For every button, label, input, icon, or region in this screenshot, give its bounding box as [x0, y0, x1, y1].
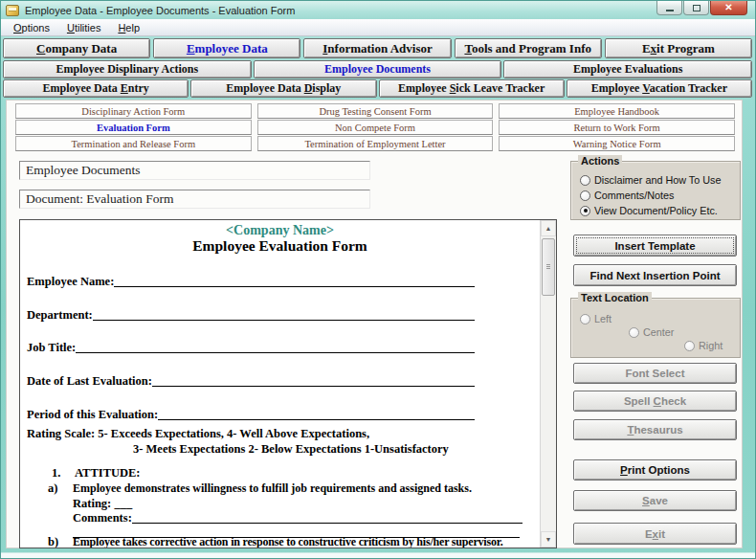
window-controls: ✕: [656, 1, 747, 15]
doc-field-department: Department:: [27, 308, 475, 323]
radio-comments-notes[interactable]: Comments/Notes: [580, 190, 674, 201]
blank-line: [114, 275, 475, 287]
doc-btn-disciplinary-action-form[interactable]: Disciplinary Action Form: [15, 103, 252, 119]
doc-field-employee-name: Employee Name:: [27, 275, 475, 289]
blank-line: [158, 408, 475, 420]
nav-row-employee: Employee Displinary Actions Employee Doc…: [3, 60, 752, 78]
doc-btn-drug-testing-consent-form[interactable]: Drug Testing Consent Form: [257, 103, 494, 119]
radio-icon[interactable]: [580, 314, 590, 324]
blank-line: [152, 374, 475, 387]
radio-icon[interactable]: [580, 206, 590, 216]
tab-employee-documents[interactable]: Employee Documents: [254, 60, 502, 78]
scrollbar-grip-icon: [546, 264, 550, 270]
scroll-up-button[interactable]: ▲: [541, 220, 556, 236]
save-button[interactable]: Save: [573, 490, 737, 511]
close-icon: ✕: [724, 3, 732, 12]
tab-employee-data-display[interactable]: Employee Data Display: [190, 79, 376, 98]
window-bottom-frame: [1, 552, 755, 558]
doc-rating-scale-line2: 3- Meets Expectations 2- Below Expectati…: [133, 442, 449, 457]
radio-text-right[interactable]: Right: [684, 340, 723, 351]
blank-line: [132, 511, 523, 524]
doc-field-period-this-evaluation: Period of this Evaluation:: [27, 408, 475, 422]
minimize-button[interactable]: [656, 1, 682, 15]
doc-item-b-rating-clipped: Rating:: [73, 546, 111, 548]
tab-information-advisor[interactable]: Information Advisor: [303, 38, 451, 58]
menu-help[interactable]: Help: [109, 21, 148, 34]
maximize-button[interactable]: [683, 1, 709, 15]
radio-disclaimer-how-to-use[interactable]: Disclaimer and How To Use: [580, 174, 721, 186]
actions-group-label: Actions: [578, 155, 622, 167]
app-icon: [6, 5, 19, 16]
tab-employee-data[interactable]: Employee Data: [153, 38, 300, 58]
document-viewer[interactable]: <Company Name> Employee Evaluation Form …: [19, 219, 557, 548]
arrow-down-icon: ▼: [545, 536, 552, 544]
doc-btn-evaluation-form[interactable]: Evaluation Form: [15, 120, 252, 135]
blank-line: [76, 341, 475, 353]
tab-employee-vacation-tracker[interactable]: Employee Vacation Tracker: [567, 79, 752, 98]
doc-field-job-title: Job Title:: [27, 341, 475, 355]
nav-row-trackers: Employee Data Entry Employee Data Displa…: [3, 79, 752, 98]
exit-button[interactable]: Exit: [573, 523, 737, 545]
actions-group: Actions Disclaimer and How To Use Commen…: [570, 161, 741, 220]
doc-btn-non-compete-form[interactable]: Non Compete Form: [257, 120, 494, 135]
doc-item-a-comments: Comments:: [73, 511, 523, 525]
document-scrollbar[interactable]: ▲ ▼: [540, 220, 556, 548]
doc-rating-scale-line1: Rating Scale: 5- Exceeds Expectations, 4…: [27, 427, 369, 441]
arrow-up-icon: ▲: [545, 225, 552, 233]
document-label: Document: Evaluation Form: [19, 190, 370, 209]
menu-options[interactable]: Options: [5, 21, 58, 34]
text-location-group: Text Location Left Center Right: [570, 298, 741, 358]
radio-icon[interactable]: [580, 190, 590, 201]
section-label: Employee Documents: [19, 161, 370, 180]
app-window: Employee Data - Employee Documents - Eva…: [0, 0, 756, 559]
document-buttons-grid: Disciplinary Action Form Drug Testing Co…: [15, 103, 735, 151]
tab-exit-program[interactable]: Exit Program: [605, 38, 752, 58]
doc-item-a-rating: Rating: ___: [73, 497, 132, 511]
tab-employee-evaluations[interactable]: Employee Evaluations: [503, 60, 752, 78]
radio-text-center[interactable]: Center: [629, 326, 674, 338]
blank-line: [93, 308, 475, 321]
text-location-group-label: Text Location: [578, 292, 652, 303]
doc-item-b-text: Employee takes corrective action in resp…: [73, 535, 503, 548]
scroll-down-button[interactable]: ▼: [541, 531, 556, 548]
doc-btn-termination-release-form[interactable]: Termination and Release Form: [15, 136, 252, 151]
thesaurus-button[interactable]: Thesaurus: [573, 419, 737, 440]
main-panel: Disciplinary Action Form Drug Testing Co…: [6, 100, 743, 548]
radio-view-document-policy[interactable]: View Document/Policy Etc.: [580, 205, 718, 216]
minimize-icon: [666, 10, 674, 11]
doc-btn-warning-notice-form[interactable]: Warning Notice Form: [499, 136, 735, 151]
doc-btn-employee-handbook[interactable]: Employee Handbook: [499, 103, 735, 119]
tab-tools-program-info[interactable]: Tools and Program Info: [455, 38, 602, 58]
doc-section1-number: 1.: [52, 466, 60, 481]
doc-btn-return-to-work-form[interactable]: Return to Work Form: [499, 120, 735, 135]
radio-text-left[interactable]: Left: [580, 313, 611, 324]
doc-item-a-number: a): [48, 481, 57, 496]
window-title: Employee Data - Employee Documents - Eva…: [25, 5, 295, 16]
print-options-button[interactable]: Print Options: [573, 459, 737, 481]
doc-field-date-last-evaluation: Date of Last Evaluation:: [27, 374, 475, 389]
doc-item-a-text: Employee demonstrates willingness to ful…: [73, 481, 472, 496]
tab-employee-data-entry[interactable]: Employee Data Entry: [3, 79, 189, 98]
radio-icon[interactable]: [629, 327, 639, 338]
font-select-button[interactable]: Font Select: [573, 363, 737, 384]
menu-bar: Options Utilities Help: [1, 19, 755, 36]
tab-company-data[interactable]: Company Data: [3, 38, 150, 58]
doc-section1-title: ATTITUDE:: [75, 466, 141, 481]
scrollbar-thumb[interactable]: [542, 238, 555, 296]
doc-btn-termination-employment-letter[interactable]: Termination of Employment Letter: [257, 136, 494, 151]
doc-item-b-number: b): [48, 535, 58, 548]
tab-employee-sick-leave-tracker[interactable]: Employee Sick Leave Tracker: [379, 79, 565, 98]
find-next-insertion-point-button[interactable]: Find Next Insertion Point: [573, 264, 737, 286]
title-bar: Employee Data - Employee Documents - Eva…: [1, 1, 755, 19]
radio-icon[interactable]: [684, 341, 695, 351]
tab-employee-disciplinary-actions[interactable]: Employee Displinary Actions: [3, 60, 252, 78]
spell-check-button[interactable]: Spell Check: [573, 391, 737, 412]
menu-utilities[interactable]: Utilities: [58, 21, 109, 34]
doc-title: Employee Evaluation Form: [20, 237, 540, 255]
doc-company-name: <Company Name>: [20, 223, 540, 238]
radio-icon[interactable]: [580, 175, 590, 186]
maximize-icon: [693, 5, 700, 11]
close-button[interactable]: ✕: [710, 1, 747, 15]
insert-template-button[interactable]: Insert Template: [573, 235, 737, 257]
document-content: <Company Name> Employee Evaluation Form …: [20, 220, 540, 548]
